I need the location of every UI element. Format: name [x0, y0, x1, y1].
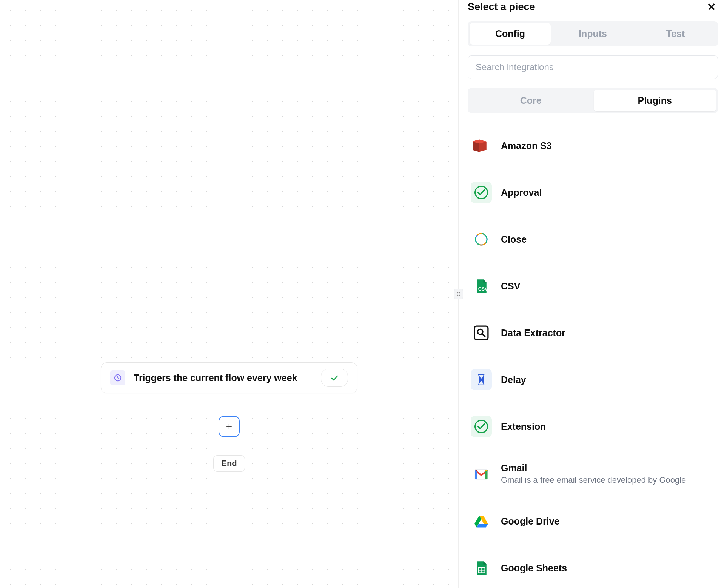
approval-icon — [471, 182, 492, 203]
close-icon: ✕ — [707, 1, 716, 13]
plugin-list[interactable]: Amazon S3ApprovalCloseCSVData ExtractorD… — [468, 122, 718, 588]
plugin-name: CSV — [501, 281, 520, 292]
svg-point-5 — [457, 295, 459, 296]
panel-title: Select a piece — [468, 1, 535, 13]
connector-line — [229, 393, 229, 416]
resize-handle[interactable] — [454, 289, 463, 299]
add-step-button[interactable]: + — [219, 416, 240, 437]
flow-canvas[interactable]: Triggers the current flow every week + E… — [0, 0, 458, 588]
svg-point-1 — [457, 292, 459, 293]
plus-icon: + — [226, 420, 232, 433]
tab-test[interactable]: Test — [635, 23, 716, 45]
tab-inputs[interactable]: Inputs — [552, 23, 633, 45]
plugin-item-google-sheets[interactable]: Google Sheets — [468, 545, 716, 588]
connector-line — [229, 437, 229, 455]
plugin-item-extension[interactable]: Extension — [468, 403, 716, 450]
svg-point-4 — [459, 294, 460, 295]
plugin-name: Amazon S3 — [501, 140, 552, 151]
plugin-name: Approval — [501, 187, 542, 198]
plugin-name: Gmail — [501, 463, 686, 474]
plugin-name: Extension — [501, 421, 546, 432]
google-drive-icon — [471, 511, 492, 532]
search-input[interactable] — [468, 55, 718, 79]
amazon-s3-icon — [471, 135, 492, 156]
plugin-item-amazon-s3[interactable]: Amazon S3 — [468, 122, 716, 169]
data-extractor-icon — [471, 322, 492, 343]
tab-plugins[interactable]: Plugins — [594, 90, 716, 111]
trigger-status-badge — [321, 369, 348, 387]
plugin-name: Google Sheets — [501, 563, 567, 574]
close-icon — [471, 229, 492, 250]
piece-picker-panel: Select a piece ✕ Config Inputs Test Core… — [458, 0, 727, 588]
category-tabs: Core Plugins — [468, 88, 718, 113]
trigger-node[interactable]: Triggers the current flow every week — [101, 362, 357, 393]
end-node-label: End — [221, 459, 237, 468]
svg-point-2 — [459, 292, 460, 293]
svg-point-3 — [457, 294, 459, 295]
tab-config[interactable]: Config — [470, 23, 551, 45]
extension-icon — [471, 416, 492, 437]
plugin-name: Delay — [501, 374, 526, 385]
delay-icon — [471, 369, 492, 390]
svg-point-6 — [459, 295, 460, 296]
search-container — [468, 55, 718, 79]
close-button[interactable]: ✕ — [704, 0, 718, 14]
trigger-node-title: Triggers the current flow every week — [134, 373, 313, 383]
gmail-icon — [471, 463, 492, 485]
plugin-item-gmail[interactable]: GmailGmail is a free email service devel… — [468, 450, 716, 498]
plugin-name: Data Extractor — [501, 328, 565, 339]
plugin-item-delay[interactable]: Delay — [468, 356, 716, 403]
plugin-name: Google Drive — [501, 516, 560, 527]
tab-core[interactable]: Core — [470, 90, 592, 111]
end-node: End — [213, 455, 245, 472]
plugin-item-close[interactable]: Close — [468, 216, 716, 263]
google-sheets-icon — [471, 557, 492, 579]
plugin-item-approval[interactable]: Approval — [468, 169, 716, 216]
plugin-item-data-extractor[interactable]: Data Extractor — [468, 309, 716, 356]
schedule-icon — [110, 370, 125, 385]
plugin-desc: Gmail is a free email service developed … — [501, 475, 686, 485]
plugin-name: Close — [501, 234, 527, 245]
panel-view-tabs: Config Inputs Test — [468, 21, 718, 46]
csv-icon — [471, 276, 492, 297]
plugin-item-google-drive[interactable]: Google Drive — [468, 498, 716, 545]
plugin-item-csv[interactable]: CSV — [468, 263, 716, 309]
